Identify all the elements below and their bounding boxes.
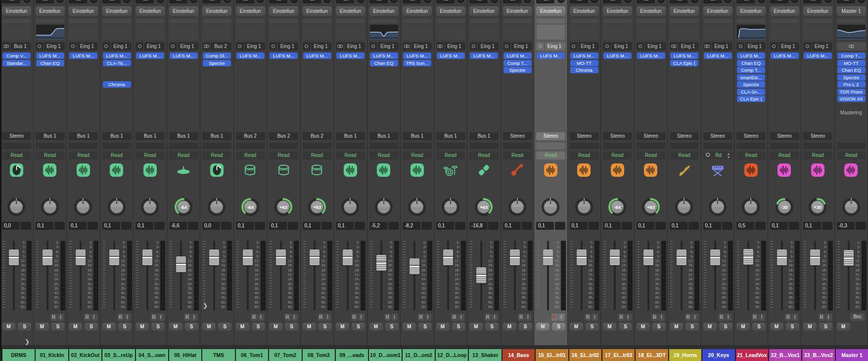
peak-level-display[interactable] [388,222,399,230]
plugin-slot[interactable]: LUFS M... [336,52,365,59]
automation-mode-button[interactable]: Read [436,152,465,159]
automation-mode-button[interactable]: Read [536,152,565,159]
automation-mode-button[interactable]: Read [303,152,332,159]
track-name-02_KickOut[interactable]: 02_KickOut [69,349,101,361]
output-slot[interactable]: Bus 1 [36,132,65,140]
record-enable-button[interactable]: R [819,313,825,321]
solo-button[interactable]: S [619,323,632,331]
plugin-slot[interactable]: LUFS M... [170,52,198,59]
volume-fader[interactable] [176,241,186,310]
plugin-slot[interactable]: LUFS M... [437,52,465,59]
plugin-slot[interactable]: LUFS M... [637,52,665,59]
pan-knob[interactable] [367,197,401,218]
track-name-20_Keys[interactable]: 20_Keys [702,349,734,361]
send-value-display[interactable]: -12 [736,0,755,3]
plugin-slot[interactable]: LUFS M... [103,52,131,59]
pan-knob[interactable] [34,197,67,218]
automation-mode-button[interactable]: Read [2,152,31,159]
output-slot[interactable]: Stereo [803,132,832,140]
track-name-08_Tom3[interactable]: 08_Tom3 [303,349,335,361]
automation-mode-button[interactable]: Read [136,152,165,159]
channel-strip-06_Tom1[interactable]: -12 Einstellun Eing 1 LUFS M...Bus 2Read… [234,0,268,349]
output-slot[interactable]: Bus 1 [69,132,98,140]
pan-knob[interactable] [67,197,100,218]
record-enable-button[interactable]: R [117,313,124,321]
peak-level-display[interactable] [188,222,198,230]
fader-cap[interactable] [710,250,720,265]
output-slot[interactable]: Bus 1 [136,132,165,140]
send-knob[interactable] [557,0,565,3]
peak-level-display[interactable] [755,222,766,230]
settings-button[interactable]: Einstellun [403,6,432,16]
plugin-slot[interactable]: Spectre [737,81,765,88]
group-slot[interactable] [236,143,265,149]
track-icon-gauge[interactable] [0,162,33,178]
input-slot[interactable]: Eing 1 [136,42,165,51]
plugin-slot[interactable]: LUFS M... [270,52,298,59]
settings-button[interactable]: Einstellun [603,6,632,16]
send-knob[interactable] [257,0,264,3]
plugin-slot[interactable]: LUFS M... [236,52,265,59]
eq-thumbnail[interactable] [69,25,97,40]
record-enable-button[interactable]: R [752,313,758,321]
volume-fader[interactable] [109,241,120,310]
eq-thumbnail[interactable] [103,25,131,40]
group-slot[interactable] [770,143,799,149]
channel-strip-Master 1[interactable]: -12 Master 1 Comp T...MO-TTChan EQSpectr… [835,0,868,349]
settings-button[interactable]: Master 1 [837,6,866,16]
output-slot[interactable]: Bus 1 [202,132,231,140]
channel-strip-10_D...oom1[interactable]: -12 Einstellun Eing 1 LUFS M...Chan EQBu… [367,0,401,349]
group-slot[interactable] [403,143,432,149]
group-slot[interactable] [69,143,98,149]
send-knob[interactable] [424,0,431,3]
settings-button[interactable]: Einstellun [770,6,799,16]
volume-value-display[interactable]: 0,0 [202,222,220,230]
automation-mode-button[interactable]: Read [336,152,365,159]
record-enable-button[interactable]: R [251,313,257,321]
peak-level-display[interactable] [321,222,332,230]
channel-strip-07_Tom2[interactable]: -12 Einstellun Eing 1 LUFS M...Bus 2Read… [267,0,301,349]
group-slot[interactable] [637,143,666,149]
send-value-display[interactable]: -12 [803,0,822,3]
record-enable-button[interactable]: R [50,313,57,321]
track-icon-tom[interactable] [234,162,267,178]
output-slot[interactable]: Bus 1 [336,132,365,140]
volume-value-display[interactable]: 0,1 [336,222,354,230]
solo-button[interactable]: S [652,323,666,331]
volume-fader[interactable] [777,241,787,310]
solo-button[interactable]: S [819,323,832,331]
plugin-slot[interactable]: Spectre [203,60,231,66]
input-slot[interactable]: Eing 1 [570,42,599,51]
mute-button[interactable]: M [670,323,683,331]
solo-button[interactable]: S [252,323,265,331]
send-knob[interactable] [624,0,632,3]
track-name-TMS[interactable]: TMS [202,349,234,361]
volume-fader[interactable] [543,241,553,310]
plugin-slot[interactable]: Standar... [2,60,31,66]
pan-knob[interactable] [134,197,167,218]
eq-thumbnail[interactable] [470,25,498,40]
fader-cap[interactable] [343,250,353,265]
group-slot[interactable] [436,143,465,149]
input-monitor-button[interactable]: I [658,313,665,321]
send-knob[interactable] [724,0,731,3]
fader-cap[interactable] [777,250,787,265]
group-slot[interactable] [336,143,365,149]
settings-button[interactable]: Einstellun [336,6,365,16]
volume-value-display[interactable]: -5,2 [369,222,387,230]
track-icon-keys[interactable] [701,162,734,178]
track-icon-wave[interactable] [734,162,768,178]
eq-thumbnail[interactable] [2,25,31,40]
eq-thumbnail[interactable] [403,25,431,40]
input-slot[interactable]: Eing 1 [469,42,499,51]
plugin-slot[interactable]: MO-TT [570,60,598,66]
track-name-15_El...tr01[interactable]: 15_El...tr01 [536,349,568,361]
eq-thumbnail[interactable] [336,25,365,40]
peak-level-display[interactable] [822,222,832,230]
send-value-display[interactable]: -12 [236,0,254,3]
input-monitor-button[interactable]: I [692,313,698,321]
settings-button[interactable]: Einstellun [36,6,65,16]
pan-knob[interactable] [100,197,134,218]
group-slot[interactable] [603,143,632,149]
eq-thumbnail[interactable] [36,25,64,40]
